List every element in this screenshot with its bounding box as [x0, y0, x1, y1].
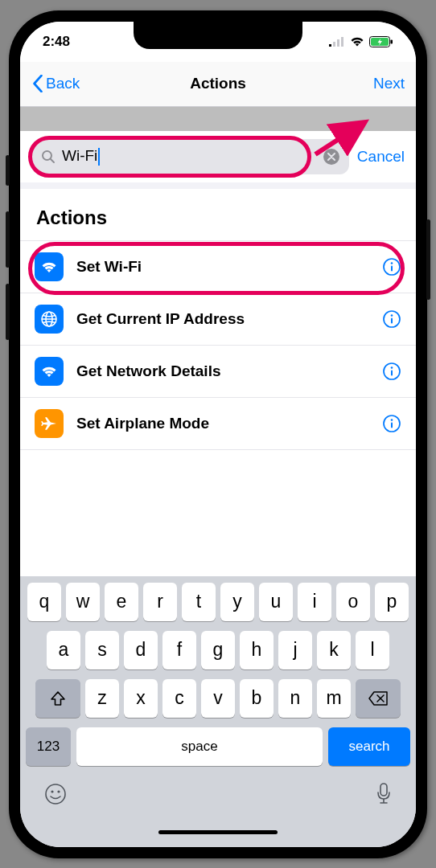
volume-up-button — [6, 211, 10, 268]
next-button[interactable]: Next — [373, 75, 405, 92]
wifi-icon — [350, 36, 364, 47]
backspace-key[interactable] — [356, 679, 401, 718]
key-d[interactable]: d — [124, 631, 158, 669]
key-i[interactable]: i — [298, 583, 331, 621]
key-b[interactable]: b — [240, 679, 274, 718]
globe-icon — [35, 305, 64, 334]
backspace-icon — [368, 690, 389, 706]
screen: 2:48 — [20, 22, 416, 847]
svg-point-23 — [391, 419, 393, 421]
info-button[interactable] — [382, 414, 401, 433]
info-button[interactable] — [382, 257, 401, 276]
action-label: Set Airplane Mode — [76, 415, 369, 432]
key-c[interactable]: c — [162, 679, 196, 718]
key-h[interactable]: h — [240, 631, 274, 669]
keyboard-row-1: q w e r t y u i o p — [24, 583, 412, 621]
chevron-left-icon — [31, 75, 44, 92]
svg-rect-0 — [329, 44, 331, 47]
key-n[interactable]: n — [278, 679, 312, 718]
keyboard-row-4: 123 space search — [24, 727, 412, 766]
keyboard: q w e r t y u i o p a s d f g h j k l — [20, 576, 416, 847]
back-button[interactable]: Back — [31, 75, 80, 92]
svg-rect-21 — [391, 370, 393, 375]
numbers-key[interactable]: 123 — [26, 727, 71, 766]
wifi-icon — [35, 252, 64, 281]
action-list: Set Wi-Fi Get Current IP Address Get Net… — [20, 240, 416, 576]
search-key[interactable]: search — [328, 727, 410, 766]
svg-point-11 — [391, 262, 393, 264]
action-row-airplane-mode[interactable]: Set Airplane Mode — [20, 397, 416, 450]
key-x[interactable]: x — [124, 679, 158, 718]
section-header: Actions — [20, 189, 416, 240]
key-r[interactable]: r — [143, 583, 177, 621]
annotation-arrow — [311, 118, 376, 157]
key-t[interactable]: t — [182, 583, 216, 621]
search-icon — [41, 149, 56, 164]
key-m[interactable]: m — [317, 679, 351, 718]
key-p[interactable]: p — [375, 583, 409, 621]
shift-key[interactable] — [35, 679, 80, 718]
key-q[interactable]: q — [27, 583, 61, 621]
svg-point-20 — [391, 366, 393, 369]
key-l[interactable]: l — [356, 631, 389, 669]
svg-line-7 — [315, 125, 361, 154]
key-y[interactable]: y — [220, 583, 254, 621]
wifi-icon — [35, 357, 64, 386]
svg-point-25 — [46, 784, 65, 804]
action-row-get-ip[interactable]: Get Current IP Address — [20, 293, 416, 345]
svg-rect-18 — [391, 317, 393, 323]
action-row-network-details[interactable]: Get Network Details — [20, 345, 416, 397]
cellular-icon — [329, 37, 345, 47]
power-button — [426, 219, 430, 300]
status-icons — [329, 36, 393, 47]
key-e[interactable]: e — [105, 583, 138, 621]
status-time: 2:48 — [43, 34, 70, 50]
volume-down-button — [6, 284, 10, 340]
svg-point-27 — [57, 790, 60, 792]
key-f[interactable]: f — [162, 631, 196, 669]
airplane-icon — [35, 409, 64, 438]
shift-icon — [49, 690, 67, 707]
svg-rect-24 — [391, 422, 393, 428]
svg-rect-1 — [333, 42, 335, 47]
key-u[interactable]: u — [259, 583, 293, 621]
search-value: Wi-Fi — [62, 147, 317, 166]
key-g[interactable]: g — [201, 631, 235, 669]
svg-point-17 — [391, 314, 393, 317]
search-input[interactable]: Wi-Fi — [31, 139, 349, 174]
action-label: Get Current IP Address — [76, 310, 369, 328]
svg-rect-3 — [341, 37, 343, 47]
svg-rect-12 — [391, 265, 393, 271]
action-label: Set Wi-Fi — [76, 258, 369, 276]
info-button[interactable] — [382, 309, 401, 329]
keyboard-row-2: a s d f g h j k l — [24, 631, 412, 669]
nav-bar: Back Actions Next — [20, 62, 416, 107]
action-row-set-wifi[interactable]: Set Wi-Fi — [20, 240, 416, 293]
info-button[interactable] — [382, 362, 401, 381]
key-o[interactable]: o — [336, 583, 370, 621]
mute-switch — [6, 155, 10, 186]
svg-rect-2 — [337, 39, 339, 47]
svg-line-9 — [51, 159, 54, 162]
keyboard-row-3: z x c v b n m — [24, 679, 412, 718]
dictation-key[interactable] — [375, 782, 393, 806]
phone-frame: 2:48 — [9, 10, 427, 858]
battery-icon — [369, 36, 393, 47]
svg-point-26 — [51, 790, 53, 792]
key-v[interactable]: v — [201, 679, 235, 718]
key-a[interactable]: a — [47, 631, 80, 669]
back-label: Back — [46, 75, 80, 92]
space-key[interactable]: space — [76, 727, 323, 766]
emoji-key[interactable] — [43, 782, 68, 806]
action-label: Get Network Details — [76, 362, 369, 380]
key-j[interactable]: j — [278, 631, 312, 669]
svg-rect-5 — [391, 39, 393, 43]
key-z[interactable]: z — [85, 679, 119, 718]
notch — [134, 22, 302, 49]
key-w[interactable]: w — [66, 583, 100, 621]
home-indicator[interactable] — [158, 830, 278, 834]
svg-rect-28 — [380, 784, 387, 796]
key-s[interactable]: s — [85, 631, 119, 669]
key-k[interactable]: k — [317, 631, 351, 669]
